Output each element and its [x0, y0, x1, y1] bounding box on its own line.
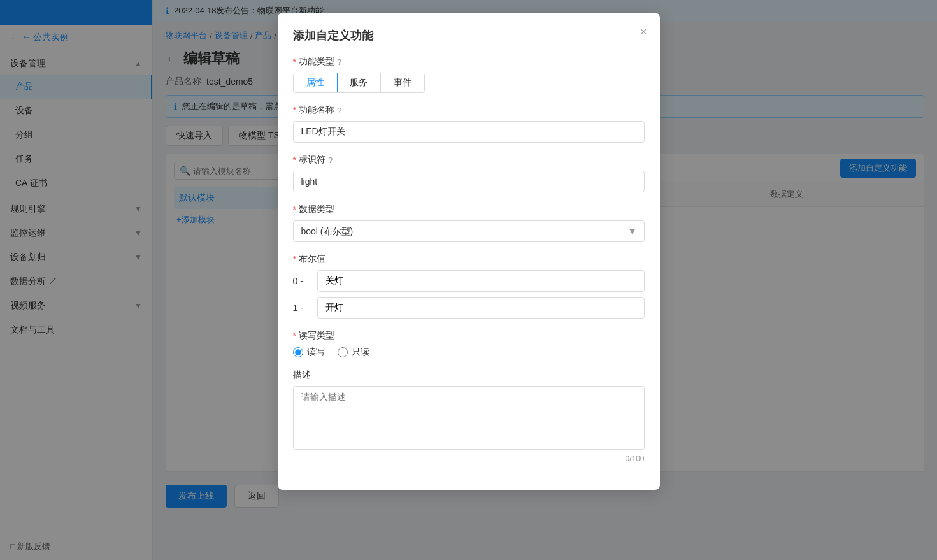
rw-type-label-row: * 读写类型 — [293, 330, 645, 341]
tab-property[interactable]: 属性 — [293, 73, 338, 93]
bool-values-section: * 布尔值 0 - 1 - — [293, 254, 645, 319]
rw-type-label: 读写类型 — [299, 330, 334, 341]
description-textarea[interactable] — [293, 386, 645, 450]
radio-ro-label: 只读 — [352, 347, 369, 358]
function-name-section: * 功能名称 ? — [293, 104, 645, 143]
radio-ro-option[interactable]: 只读 — [338, 347, 369, 358]
function-type-label: 功能类型 — [299, 56, 334, 68]
bool-0-prefix: 0 - — [293, 276, 312, 286]
identifier-label: 标识符 — [299, 154, 325, 166]
function-type-help-icon[interactable]: ? — [337, 57, 341, 67]
function-name-help-icon[interactable]: ? — [337, 106, 341, 115]
function-name-label: 功能名称 — [299, 104, 334, 116]
bool-row-0: 0 - — [293, 270, 645, 292]
identifier-help-icon[interactable]: ? — [328, 155, 333, 165]
rw-type-section: * 读写类型 读写 只读 — [293, 330, 645, 358]
radio-rw-label: 读写 — [307, 347, 325, 358]
description-label: 描述 — [293, 370, 311, 381]
bool-row-1: 1 - — [293, 297, 645, 319]
bool-1-prefix: 1 - — [293, 303, 312, 313]
function-name-label-row: * 功能名称 ? — [293, 104, 645, 116]
function-type-tabs: 属性 服务 事件 — [293, 73, 425, 93]
description-section: 描述 0/100 — [293, 370, 645, 463]
tab-event[interactable]: 事件 — [381, 73, 424, 92]
bool-values-label: 布尔值 — [299, 254, 325, 265]
radio-rw-option[interactable]: 读写 — [293, 347, 325, 358]
bool-values-container: 0 - 1 - — [293, 270, 645, 319]
modal-title: 添加自定义功能 — [293, 28, 645, 43]
add-feature-modal: 添加自定义功能 × * 功能类型 ? 属性 服务 事件 * 功能名称 ? — [278, 13, 660, 490]
modal-overlay: 添加自定义功能 × * 功能类型 ? 属性 服务 事件 * 功能名称 ? — [0, 0, 937, 560]
char-count: 0/100 — [293, 454, 645, 463]
identifier-section: * 标识符 ? — [293, 154, 645, 192]
bool-0-input[interactable] — [317, 270, 645, 292]
radio-ro-input[interactable] — [338, 347, 348, 357]
radio-rw-input[interactable] — [293, 347, 303, 357]
function-name-input[interactable] — [293, 121, 645, 143]
bool-1-input[interactable] — [317, 297, 645, 319]
function-type-label-row: * 功能类型 ? — [293, 56, 645, 68]
function-type-section: * 功能类型 ? 属性 服务 事件 — [293, 56, 645, 93]
identifier-label-row: * 标识符 ? — [293, 154, 645, 166]
bool-values-label-row: * 布尔值 — [293, 254, 645, 265]
identifier-input[interactable] — [293, 171, 645, 192]
modal-close-button[interactable]: × — [640, 25, 647, 39]
radio-group: 读写 只读 — [293, 347, 645, 358]
data-type-label-row: * 数据类型 — [293, 204, 645, 215]
data-type-select-wrapper: bool (布尔型) int (整数型) float (浮点型) double … — [293, 220, 645, 242]
description-label-row: 描述 — [293, 370, 645, 381]
tab-service[interactable]: 服务 — [337, 73, 381, 92]
data-type-label: 数据类型 — [299, 204, 334, 215]
data-type-section: * 数据类型 bool (布尔型) int (整数型) float (浮点型) … — [293, 204, 645, 242]
data-type-select[interactable]: bool (布尔型) int (整数型) float (浮点型) double … — [293, 220, 645, 242]
